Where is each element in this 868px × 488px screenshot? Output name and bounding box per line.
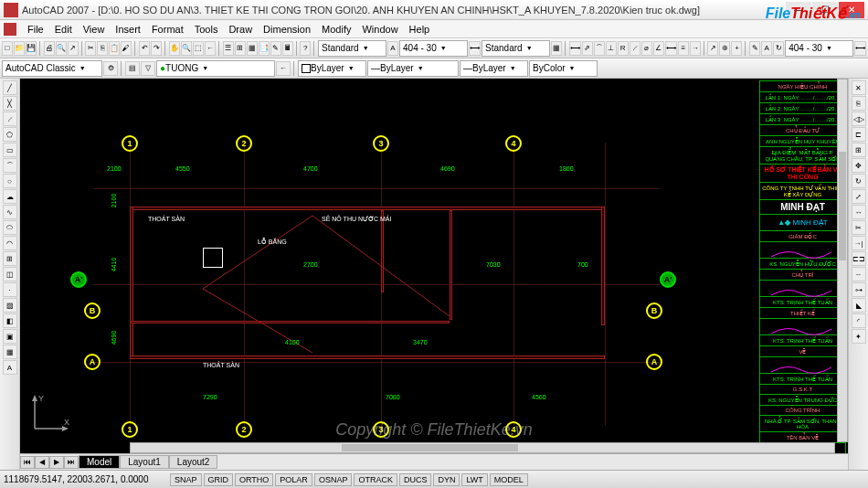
- menu-view[interactable]: View: [78, 22, 111, 37]
- sheet-set-icon[interactable]: 📑: [259, 41, 270, 56]
- plotstyle-dropdown[interactable]: ByColor▼: [529, 60, 598, 77]
- dim-linear-icon[interactable]: ⟷: [569, 41, 581, 56]
- tolerance-icon[interactable]: ⊕: [719, 41, 730, 56]
- tab-model[interactable]: Model: [79, 455, 120, 469]
- menu-modify[interactable]: Modify: [316, 22, 356, 37]
- tab-last-icon[interactable]: ⏭: [64, 456, 79, 469]
- publish-icon[interactable]: ↗: [68, 41, 79, 56]
- color-dropdown[interactable]: ByLayer▼: [298, 60, 366, 77]
- gradient-icon[interactable]: ◧: [3, 313, 17, 328]
- preview-icon[interactable]: 🔍: [56, 41, 67, 56]
- workspace-settings-icon[interactable]: ⚙: [103, 61, 118, 76]
- menu-help[interactable]: Help: [404, 22, 436, 37]
- textstyle-dropdown[interactable]: Standard▼: [318, 40, 386, 57]
- tool-palette-icon[interactable]: ▦: [247, 41, 258, 56]
- dimstyle-dropdown[interactable]: 404 - 30▼: [399, 40, 468, 57]
- layer-dropdown[interactable]: ● TUONG▼: [156, 60, 275, 77]
- dim-arc-icon[interactable]: ⌒: [594, 41, 605, 56]
- mtext-icon[interactable]: A: [3, 360, 17, 375]
- pan-icon[interactable]: ✋: [169, 41, 180, 56]
- offset-icon[interactable]: ⊏: [852, 127, 866, 142]
- dim-style-icon[interactable]: ⟷: [854, 41, 866, 56]
- join-icon[interactable]: ⊶: [852, 282, 866, 297]
- paste-icon[interactable]: 📋: [109, 41, 120, 56]
- rotate-icon[interactable]: ↻: [852, 174, 866, 188]
- menu-tools[interactable]: Tools: [189, 22, 224, 37]
- menu-format[interactable]: Format: [146, 22, 189, 37]
- dim-edit-icon[interactable]: ✎: [749, 41, 760, 56]
- dim-update-icon[interactable]: ↻: [773, 41, 784, 56]
- center-mark-icon[interactable]: +: [731, 41, 742, 56]
- dim-diameter-icon[interactable]: ⌀: [641, 41, 652, 56]
- spline-icon[interactable]: ∿: [3, 205, 17, 219]
- layer-filter-icon[interactable]: ▽: [141, 61, 155, 76]
- fillet-icon[interactable]: ◜: [852, 313, 866, 328]
- arc-icon[interactable]: ⌒: [3, 158, 17, 173]
- ortho-button[interactable]: ORTHO: [235, 473, 273, 486]
- layer-previous-icon[interactable]: ←: [276, 61, 291, 76]
- redo-icon[interactable]: ↷: [151, 41, 162, 56]
- zoom-prev-icon[interactable]: ←: [205, 41, 216, 56]
- ducs-button[interactable]: DUCS: [399, 473, 432, 486]
- dim-text-edit-icon[interactable]: A: [761, 41, 772, 56]
- layer-manager-icon[interactable]: ▤: [125, 61, 140, 76]
- array-icon[interactable]: ⊞: [852, 143, 866, 157]
- menu-draw[interactable]: Draw: [223, 22, 258, 37]
- rectangle-icon[interactable]: ▭: [3, 143, 17, 157]
- properties-icon[interactable]: ☰: [223, 41, 234, 56]
- dim-style-control[interactable]: 404 - 30▼: [785, 40, 853, 57]
- point-icon[interactable]: ·: [3, 282, 17, 297]
- explode-icon[interactable]: ✦: [852, 329, 866, 344]
- stretch-icon[interactable]: ↔: [852, 205, 866, 219]
- textstyle-icon[interactable]: A: [387, 41, 398, 56]
- menu-insert[interactable]: Insert: [110, 22, 146, 37]
- dim-continue-icon[interactable]: →: [690, 41, 701, 56]
- pline-icon[interactable]: ⟋: [3, 111, 17, 126]
- menu-file[interactable]: File: [22, 22, 49, 37]
- dim-quick-icon[interactable]: ⟷: [665, 41, 677, 56]
- make-block-icon[interactable]: ◫: [3, 267, 17, 281]
- horizontal-scrollbar[interactable]: [130, 442, 835, 453]
- erase-icon[interactable]: ✕: [852, 80, 866, 95]
- dim-angular-icon[interactable]: ∠: [653, 41, 664, 56]
- xline-icon[interactable]: ╳: [3, 96, 17, 111]
- extend-icon[interactable]: →|: [852, 236, 866, 250]
- zoom-icon[interactable]: 🔍: [181, 41, 192, 56]
- polar-button[interactable]: POLAR: [275, 473, 312, 486]
- dimstyle-icon[interactable]: ⟷: [469, 41, 481, 56]
- save-icon[interactable]: 💾: [26, 41, 37, 56]
- vertical-scrollbar[interactable]: [837, 79, 848, 442]
- table-icon[interactable]: ▦: [3, 345, 17, 359]
- drawing-canvas[interactable]: 1 2 3 4 1 2 3 4 A' B A A' B A: [20, 79, 848, 470]
- menu-edit[interactable]: Edit: [49, 22, 78, 37]
- dim-aligned-icon[interactable]: ⇗: [582, 41, 593, 56]
- design-center-icon[interactable]: ⊞: [235, 41, 246, 56]
- snap-button[interactable]: SNAP: [170, 473, 202, 486]
- mirror-icon[interactable]: ◁▷: [852, 111, 866, 126]
- region-icon[interactable]: ▣: [3, 329, 17, 344]
- tab-layout2[interactable]: Layout2: [169, 455, 218, 469]
- dim-jogged-icon[interactable]: ⟋: [630, 41, 640, 56]
- revcloud-icon[interactable]: ☁: [3, 189, 17, 204]
- help-icon[interactable]: ?: [300, 41, 311, 56]
- match-icon[interactable]: 🖌: [121, 41, 132, 56]
- copy-icon[interactable]: ⎘: [97, 41, 108, 56]
- dim-ordinate-icon[interactable]: ⊥: [606, 41, 617, 56]
- ellipse-arc-icon[interactable]: ◠: [3, 236, 17, 250]
- grid-button[interactable]: GRID: [204, 473, 234, 486]
- hatch-icon[interactable]: ▨: [3, 298, 17, 313]
- markup-icon[interactable]: ✎: [270, 41, 281, 56]
- workspace-dropdown[interactable]: AutoCAD Classic▼: [2, 60, 102, 77]
- quickcalc-icon[interactable]: 🖩: [282, 41, 293, 56]
- model-button[interactable]: MODEL: [490, 473, 528, 486]
- line-icon[interactable]: ╱: [3, 80, 17, 95]
- circle-icon[interactable]: ○: [3, 174, 17, 188]
- polygon-icon[interactable]: ⬠: [3, 127, 17, 142]
- break-at-icon[interactable]: ⊏⊐: [852, 251, 866, 266]
- osnap-button[interactable]: OSNAP: [314, 473, 353, 486]
- break-icon[interactable]: ╌: [852, 267, 866, 281]
- new-icon[interactable]: □: [2, 41, 13, 56]
- dim-radius-icon[interactable]: R: [618, 41, 629, 56]
- scale-icon[interactable]: ⤢: [852, 189, 866, 204]
- dim-baseline-icon[interactable]: ≡: [678, 41, 689, 56]
